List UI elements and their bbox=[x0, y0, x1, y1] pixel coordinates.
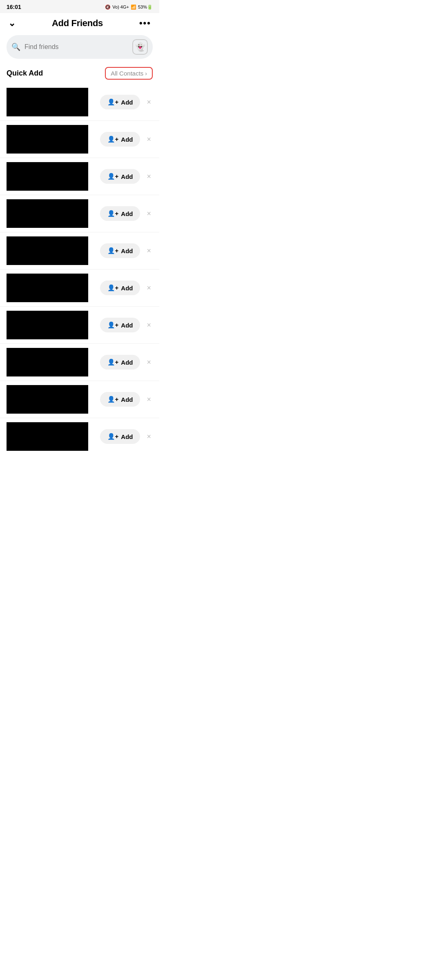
add-button-label: Add bbox=[121, 136, 133, 143]
mute-icon: 🔇 bbox=[105, 4, 111, 10]
contact-actions: 👤+ Add × bbox=[100, 429, 153, 444]
snapcode-icon: 👻 bbox=[135, 42, 145, 52]
add-button-label: Add bbox=[121, 433, 133, 440]
add-friend-icon: 👤+ bbox=[107, 396, 119, 403]
dismiss-button[interactable]: × bbox=[145, 134, 153, 145]
add-friend-button[interactable]: 👤+ Add bbox=[100, 281, 140, 295]
dismiss-button[interactable]: × bbox=[145, 96, 153, 108]
contact-list: 👤+ Add × 👤+ Add × 👤+ Add bbox=[0, 84, 159, 455]
page-header: ⌄ Add Friends ••• bbox=[0, 13, 159, 33]
add-friend-icon: 👤+ bbox=[107, 284, 119, 292]
search-bar: 🔍 👻 bbox=[7, 35, 153, 59]
status-time: 16:01 bbox=[7, 4, 21, 10]
signal-icon: 📶 bbox=[131, 4, 136, 10]
add-button-label: Add bbox=[121, 285, 133, 292]
add-button-label: Add bbox=[121, 210, 133, 217]
dismiss-button[interactable]: × bbox=[145, 356, 153, 368]
status-bar: 16:01 🔇 Vo) 4G+ 📶 53%🔋 bbox=[0, 0, 159, 13]
avatar-placeholder bbox=[7, 422, 88, 451]
dismiss-button[interactable]: × bbox=[145, 208, 153, 220]
all-contacts-button[interactable]: All Contacts › bbox=[105, 67, 153, 80]
add-button-label: Add bbox=[121, 99, 133, 106]
contact-actions: 👤+ Add × bbox=[100, 243, 153, 258]
add-friend-icon: 👤+ bbox=[107, 210, 119, 217]
add-button-label: Add bbox=[121, 173, 133, 180]
add-friend-button[interactable]: 👤+ Add bbox=[100, 392, 140, 407]
add-friend-icon: 👤+ bbox=[107, 321, 119, 329]
contact-actions: 👤+ Add × bbox=[100, 206, 153, 221]
add-button-label: Add bbox=[121, 359, 133, 366]
contact-item: 👤+ Add × bbox=[0, 270, 159, 307]
add-friend-icon: 👤+ bbox=[107, 247, 119, 254]
status-icons: 🔇 Vo) 4G+ 📶 53%🔋 bbox=[105, 4, 153, 10]
contact-actions: 👤+ Add × bbox=[100, 355, 153, 370]
search-icon: 🔍 bbox=[11, 42, 20, 51]
add-button-label: Add bbox=[121, 247, 133, 254]
add-friend-icon: 👤+ bbox=[107, 433, 119, 440]
dismiss-button[interactable]: × bbox=[145, 431, 153, 443]
add-friend-icon: 👤+ bbox=[107, 98, 119, 106]
dismiss-button[interactable]: × bbox=[145, 319, 153, 331]
avatar-placeholder bbox=[7, 274, 88, 302]
avatar-placeholder bbox=[7, 162, 88, 191]
search-input[interactable] bbox=[24, 43, 128, 51]
add-friend-button[interactable]: 👤+ Add bbox=[100, 243, 140, 258]
contact-actions: 👤+ Add × bbox=[100, 392, 153, 407]
avatar-placeholder bbox=[7, 199, 88, 228]
add-friend-icon: 👤+ bbox=[107, 173, 119, 180]
add-friend-button[interactable]: 👤+ Add bbox=[100, 318, 140, 332]
network-icon: Vo) 4G+ bbox=[112, 4, 129, 9]
contact-item: 👤+ Add × bbox=[0, 195, 159, 232]
contact-actions: 👤+ Add × bbox=[100, 281, 153, 295]
dismiss-button[interactable]: × bbox=[145, 171, 153, 183]
all-contacts-label: All Contacts bbox=[111, 70, 143, 77]
avatar-placeholder bbox=[7, 385, 88, 414]
add-friend-icon: 👤+ bbox=[107, 136, 119, 143]
quick-add-section-header: Quick Add All Contacts › bbox=[0, 64, 159, 84]
battery-icon: 53%🔋 bbox=[138, 4, 153, 10]
contact-item: 👤+ Add × bbox=[0, 344, 159, 381]
dismiss-button[interactable]: × bbox=[145, 394, 153, 405]
add-friend-icon: 👤+ bbox=[107, 359, 119, 366]
search-container: 🔍 👻 bbox=[0, 33, 159, 64]
avatar-placeholder bbox=[7, 348, 88, 376]
add-friend-button[interactable]: 👤+ Add bbox=[100, 169, 140, 184]
dismiss-button[interactable]: × bbox=[145, 282, 153, 294]
add-button-label: Add bbox=[121, 322, 133, 329]
snapcode-button[interactable]: 👻 bbox=[132, 39, 148, 55]
contact-actions: 👤+ Add × bbox=[100, 318, 153, 332]
back-chevron-icon[interactable]: ⌄ bbox=[8, 18, 16, 29]
contact-item: 👤+ Add × bbox=[0, 158, 159, 195]
avatar-placeholder bbox=[7, 311, 88, 339]
contact-actions: 👤+ Add × bbox=[100, 169, 153, 184]
add-friend-button[interactable]: 👤+ Add bbox=[100, 132, 140, 147]
dismiss-button[interactable]: × bbox=[145, 245, 153, 257]
quick-add-title: Quick Add bbox=[7, 69, 43, 78]
avatar-placeholder bbox=[7, 236, 88, 265]
contact-actions: 👤+ Add × bbox=[100, 95, 153, 109]
contact-item: 👤+ Add × bbox=[0, 381, 159, 418]
add-button-label: Add bbox=[121, 396, 133, 403]
add-friend-button[interactable]: 👤+ Add bbox=[100, 429, 140, 444]
all-contacts-chevron-icon: › bbox=[145, 70, 147, 77]
contact-item: 👤+ Add × bbox=[0, 121, 159, 158]
contact-item: 👤+ Add × bbox=[0, 307, 159, 344]
avatar-placeholder bbox=[7, 125, 88, 154]
page-title: Add Friends bbox=[52, 18, 103, 29]
avatar-placeholder bbox=[7, 88, 88, 116]
contact-item: 👤+ Add × bbox=[0, 232, 159, 270]
add-friend-button[interactable]: 👤+ Add bbox=[100, 355, 140, 370]
more-options-button[interactable]: ••• bbox=[139, 18, 151, 29]
contact-actions: 👤+ Add × bbox=[100, 132, 153, 147]
contact-item: 👤+ Add × bbox=[0, 84, 159, 121]
add-friend-button[interactable]: 👤+ Add bbox=[100, 206, 140, 221]
contact-item: 👤+ Add × bbox=[0, 418, 159, 455]
add-friend-button[interactable]: 👤+ Add bbox=[100, 95, 140, 109]
